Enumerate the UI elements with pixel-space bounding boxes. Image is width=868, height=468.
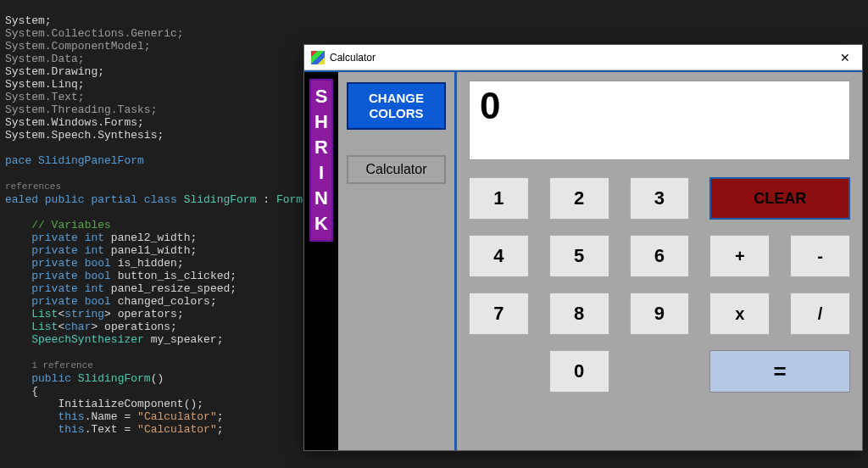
app-icon	[311, 51, 325, 64]
key-multiply[interactable]: x	[709, 292, 770, 335]
code-line: private bool button_is_clicked;	[5, 270, 236, 282]
code-line: System.Speech.Synthesis;	[5, 129, 164, 142]
calculator-window: Calculator ✕ S H R I N K CHANGE COLORS C…	[303, 44, 863, 451]
shrink-letter: N	[314, 186, 328, 211]
code-line: System.Threading.Tasks;	[5, 103, 157, 116]
clear-button[interactable]: CLEAR	[709, 177, 850, 220]
code-line: this.Text = "Calculator";	[5, 423, 224, 436]
key-6[interactable]: 6	[630, 235, 690, 277]
code-line: List<char> operations;	[5, 320, 177, 333]
code-line: System.Data;	[5, 53, 85, 65]
code-line: pace SlidingPanelForm	[5, 154, 144, 167]
key-0[interactable]: 0	[549, 350, 609, 393]
code-line: InitializeComponent();	[5, 398, 203, 410]
code-line: this.Name = "Calculator";	[5, 410, 224, 423]
key-3[interactable]: 3	[630, 177, 690, 220]
titlebar[interactable]: Calculator ✕	[304, 45, 862, 70]
key-7[interactable]: 7	[469, 292, 529, 335]
change-colors-button[interactable]: CHANGE COLORS	[347, 82, 446, 130]
code-line: // Variables	[5, 219, 111, 231]
shrink-letter: S	[315, 84, 328, 109]
code-line: System.Collections.Generic;	[5, 27, 184, 40]
shrink-button[interactable]: S H R I N K	[309, 79, 333, 242]
shrink-letter: H	[314, 109, 328, 135]
equals-button[interactable]: =	[709, 350, 850, 393]
code-line: System.Windows.Forms;	[5, 116, 144, 129]
code-line: System.Text;	[5, 91, 85, 103]
code-line: System;	[5, 14, 52, 27]
shrink-letter: I	[319, 160, 324, 186]
code-line: SpeechSynthesizer my_speaker;	[5, 333, 223, 346]
key-plus[interactable]: +	[709, 235, 770, 277]
key-9[interactable]: 9	[630, 292, 690, 335]
code-line: public SlidingForm()	[5, 372, 164, 385]
calculator-button[interactable]: Calculator	[347, 155, 446, 184]
keypad: 1 2 3 CLEAR 4 5 6 + - 7 8 9 x / 0 =	[469, 177, 850, 393]
window-title: Calculator	[330, 52, 376, 64]
code-line: System.Linq;	[5, 78, 85, 91]
key-1[interactable]: 1	[469, 177, 529, 220]
key-5[interactable]: 5	[549, 235, 609, 277]
code-line: private int panel1_width;	[5, 244, 197, 257]
shrink-letter: K	[314, 211, 328, 237]
key-divide[interactable]: /	[790, 292, 850, 335]
code-line: System.Drawing;	[5, 65, 104, 78]
code-line: ealed public partial class SlidingForm :…	[5, 193, 303, 206]
key-2[interactable]: 2	[549, 177, 609, 220]
code-line: private bool changed_colors;	[5, 295, 217, 308]
codelens: 1 reference	[5, 359, 93, 371]
key-minus[interactable]: -	[790, 235, 850, 277]
code-line: {	[5, 385, 38, 398]
code-line: List<string> operators;	[5, 308, 184, 320]
shrink-letter: R	[314, 135, 328, 160]
left-panel: CHANGE COLORS Calculator	[338, 72, 457, 450]
close-icon[interactable]: ✕	[835, 51, 855, 64]
key-4[interactable]: 4	[469, 235, 529, 277]
code-line: private int panel2_width;	[5, 231, 197, 244]
code-line: private int panel_resize_speed;	[5, 282, 236, 295]
shrink-strip: S H R I N K	[304, 72, 338, 450]
code-line: private bool is_hidden;	[5, 257, 184, 270]
calc-display: 0	[469, 81, 850, 160]
main-panel: 0 1 2 3 CLEAR 4 5 6 + - 7 8 9 x /	[457, 72, 862, 450]
code-line: System.ComponentModel;	[5, 40, 151, 53]
key-8[interactable]: 8	[549, 292, 609, 335]
codelens: references	[5, 181, 61, 192]
